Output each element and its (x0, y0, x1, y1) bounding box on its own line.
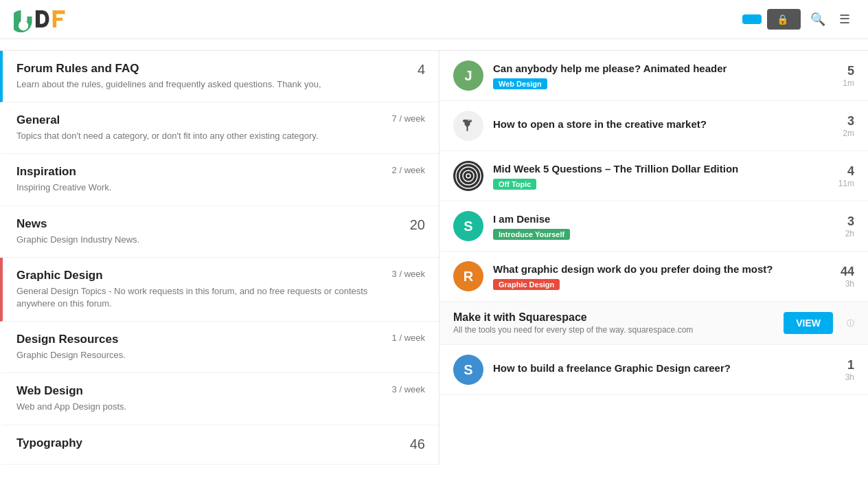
reply-count: 3 (820, 214, 854, 229)
svg-point-4 (459, 167, 477, 185)
category-name[interactable]: Graphic Design (16, 269, 377, 282)
avatar (453, 111, 483, 141)
category-topics-count: 4 (391, 62, 425, 78)
category-description: Topics that don't need a category, or do… (16, 131, 319, 141)
latest-stats: 411m (820, 164, 854, 188)
reply-count: 3 (820, 114, 854, 129)
category-name[interactable]: News (16, 217, 391, 231)
svg-rect-2 (53, 18, 62, 21)
latest-stats: 13h (820, 358, 854, 382)
signup-button[interactable] (742, 14, 762, 24)
post-time: 1m (820, 78, 854, 88)
hamburger-icon: ☰ (839, 12, 850, 26)
avatar (453, 161, 483, 191)
ad-subtitle: All the tools you need for every step of… (453, 325, 774, 335)
category-description: Graphic Design Resources. (16, 350, 126, 360)
latest-stats: 443h (820, 265, 854, 289)
category-row[interactable]: NewsGraphic Design Industry News.20 (0, 206, 439, 258)
ad-title: Make it with Squarespace (453, 311, 774, 324)
latest-stats: 51m (820, 64, 854, 88)
header-actions: 🔒 🔍 ☰ (742, 8, 854, 31)
login-button[interactable]: 🔒 (767, 9, 801, 30)
latest-row[interactable]: SI am DeniseIntroduce Yourself32h (439, 201, 868, 252)
category-row[interactable]: Web DesignWeb and App Design posts.3 / w… (0, 373, 439, 425)
category-description: General Design Topics - No work requests… (16, 286, 367, 309)
category-info: Design ResourcesGraphic Design Resources… (16, 333, 377, 361)
category-topics-count: 3 / week (377, 269, 425, 279)
category-row[interactable]: Graphic DesignGeneral Design Topics - No… (0, 258, 439, 322)
category-topics-count: 46 (391, 436, 425, 452)
content-area: Forum Rules and FAQLearn about the rules… (0, 51, 868, 465)
latest-content: Mid Week 5 Questions – The Trillion Doll… (493, 162, 810, 190)
latest-content: Can anybody help me please? Animated hea… (493, 62, 810, 90)
category-info: Web DesignWeb and App Design posts. (16, 384, 377, 413)
column-headers (0, 39, 868, 51)
category-topics-count: 1 / week (377, 333, 425, 343)
latest-content: How to open a store in the creative mark… (493, 118, 810, 134)
category-topics-count: 2 / week (377, 165, 425, 175)
latest-row[interactable]: How to open a store in the creative mark… (439, 101, 868, 151)
latest-row[interactable]: JCan anybody help me please? Animated he… (439, 51, 868, 101)
avatar: S (453, 355, 483, 385)
latest-content: I am DeniseIntroduce Yourself (493, 212, 810, 241)
latest-title[interactable]: What graphic design work do you prefer d… (493, 263, 810, 276)
latest-title[interactable]: I am Denise (493, 212, 810, 226)
topic-tag[interactable]: Off Topic (493, 179, 536, 190)
latest-title[interactable]: Mid Week 5 Questions – The Trillion Doll… (493, 162, 810, 176)
ad-banner: Make it with SquarespaceAll the tools yo… (439, 302, 868, 345)
category-row[interactable]: InspirationInspiring Creative Work.2 / w… (0, 154, 439, 205)
latest-row[interactable]: SHow to build a freelance Graphic Design… (439, 345, 868, 395)
latest-title[interactable]: Can anybody help me please? Animated hea… (493, 62, 810, 76)
latest-content: How to build a freelance Graphic Design … (493, 361, 810, 378)
category-name[interactable]: Web Design (16, 384, 377, 398)
reply-count: 44 (820, 265, 854, 279)
svg-point-6 (466, 174, 470, 178)
svg-rect-1 (53, 10, 65, 14)
reply-count: 4 (820, 164, 854, 179)
topic-tag[interactable]: Introduce Yourself (493, 229, 570, 240)
latest-title[interactable]: How to open a store in the creative mark… (493, 118, 810, 131)
latest-content: What graphic design work do you prefer d… (493, 263, 810, 291)
category-description: Graphic Design Industry News. (16, 234, 139, 245)
category-row[interactable]: Typography46 (0, 425, 439, 465)
search-button[interactable]: 🔍 (806, 8, 830, 31)
header: 🔒 🔍 ☰ (0, 0, 868, 39)
reply-count: 1 (820, 358, 854, 372)
menu-button[interactable]: ☰ (835, 8, 854, 31)
category-name[interactable]: Typography (16, 436, 391, 450)
category-name[interactable]: Forum Rules and FAQ (16, 62, 391, 76)
lock-icon: 🔒 (777, 14, 788, 25)
ad-indicator: ⓘ (847, 318, 854, 328)
reply-count: 5 (820, 64, 854, 78)
category-row[interactable]: Design ResourcesGraphic Design Resources… (0, 322, 439, 373)
category-row[interactable]: GeneralTopics that don't need a category… (0, 102, 439, 154)
post-time: 3h (820, 279, 854, 289)
avatar: S (453, 211, 483, 241)
post-time: 11m (820, 179, 854, 188)
category-info: Forum Rules and FAQLearn about the rules… (16, 62, 391, 91)
category-topics-count: 20 (391, 217, 425, 233)
ad-content: Make it with SquarespaceAll the tools yo… (453, 311, 774, 335)
svg-point-5 (463, 170, 474, 181)
latest-row[interactable]: Mid Week 5 Questions – The Trillion Doll… (439, 151, 868, 201)
latest-title[interactable]: How to build a freelance Graphic Design … (493, 361, 810, 375)
category-info: Typography (16, 436, 391, 453)
ad-view-button[interactable]: VIEW (784, 312, 833, 334)
logo (14, 5, 89, 33)
category-info: NewsGraphic Design Industry News. (16, 217, 391, 246)
topic-tag[interactable]: Graphic Design (493, 279, 560, 290)
avatar: R (453, 261, 483, 291)
category-row[interactable]: Forum Rules and FAQLearn about the rules… (0, 51, 439, 102)
category-description: Learn about the rules, guidelines and fr… (16, 79, 321, 89)
topic-tag[interactable]: Web Design (493, 78, 547, 89)
category-name[interactable]: General (16, 113, 377, 127)
category-description: Inspiring Creative Work. (16, 182, 111, 192)
category-description: Web and App Design posts. (16, 401, 126, 412)
category-name[interactable]: Inspiration (16, 165, 377, 179)
category-topics-count: 3 / week (377, 384, 425, 394)
latest-row[interactable]: RWhat graphic design work do you prefer … (439, 252, 868, 302)
category-info: InspirationInspiring Creative Work. (16, 165, 377, 194)
latest-stats: 32m (820, 114, 854, 138)
category-name[interactable]: Design Resources (16, 333, 377, 346)
category-info: GeneralTopics that don't need a category… (16, 113, 377, 142)
